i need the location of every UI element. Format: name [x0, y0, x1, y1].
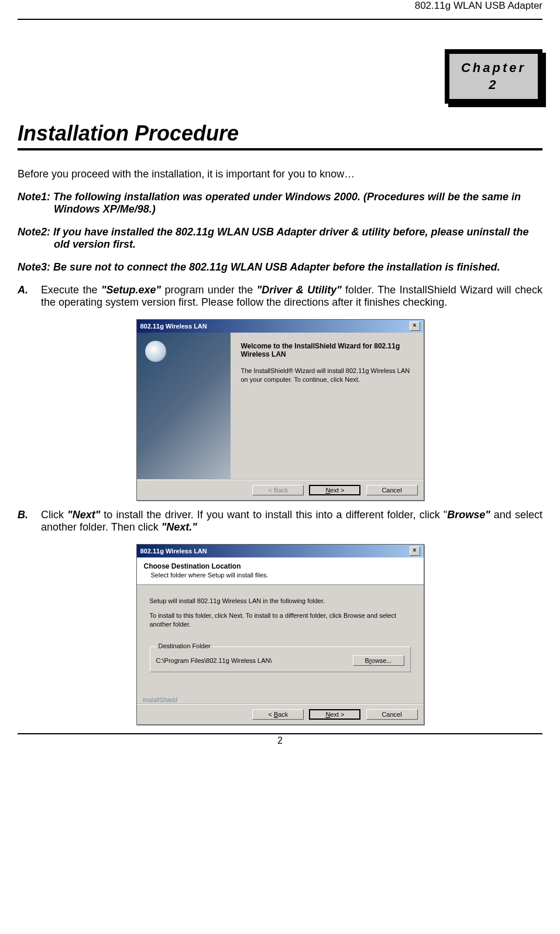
step-b-letter: B.	[18, 509, 41, 533]
step-a-e2: "Driver & Utility"	[257, 284, 342, 296]
dialog1-sidebar-image	[137, 333, 231, 479]
running-header: 802.11g WLAN USB Adapter	[18, 0, 542, 13]
title-rule	[18, 148, 542, 150]
destination-folder-frame: Destination Folder C:\Program Files\802.…	[150, 646, 411, 672]
dialog1-cancel-button[interactable]: Cancel	[366, 485, 418, 495]
chapter-number: 2	[489, 77, 498, 92]
installshield-logo-icon	[145, 341, 166, 362]
step-a: A. Execute the "Setup.exe" program under…	[18, 284, 542, 309]
dialog2-close-button[interactable]: ×	[410, 546, 420, 556]
dialog1-close-button[interactable]: ×	[410, 321, 420, 331]
dialog2-heading: Choose Destination Location	[144, 562, 417, 570]
intro-text: Before you proceed with the installation…	[18, 168, 542, 180]
page-title: Installation Procedure	[18, 121, 542, 146]
dialog2-back-button[interactable]: < Back	[252, 709, 304, 720]
dialog1-description: The InstallShield® Wizard will install 8…	[241, 367, 413, 384]
dialog2-p1: Setup will install 802.11g Wireless LAN …	[150, 597, 411, 605]
destination-folder-label: Destination Folder	[156, 642, 213, 649]
step-b: B. Click "Next" to install the driver. I…	[18, 509, 542, 533]
dialog1-back-button: < Back	[252, 485, 304, 495]
step-b-e3: "Next."	[162, 521, 197, 533]
chapter-box: Chapter 2	[18, 49, 542, 104]
note-3: Note3: Be sure not to connect the 802.11…	[18, 261, 542, 273]
chapter-label: Chapter	[461, 60, 526, 75]
destination-path: C:\Program Files\802.11g Wireless LAN\	[156, 657, 272, 664]
step-a-letter: A.	[18, 284, 41, 309]
note-2: Note2: If you have installed the 802.11g…	[18, 226, 542, 251]
dialog1-welcome-heading: Welcome to the InstallShield Wizard for …	[241, 342, 413, 358]
step-b-e1: "Next"	[67, 509, 100, 521]
browse-button[interactable]: Browse...	[353, 655, 404, 666]
installshield-welcome-dialog: 802.11g Wireless LAN × Welcome to the In…	[136, 319, 424, 501]
header-rule	[18, 19, 542, 20]
dialog1-titlebar: 802.11g Wireless LAN ×	[137, 320, 424, 333]
page-number: 2	[18, 733, 542, 746]
installshield-destination-dialog: 802.11g Wireless LAN × Choose Destinatio…	[136, 544, 424, 725]
step-b-t2: to install the driver. If you want to in…	[100, 509, 447, 521]
dialog2-p2: To install to this folder, click Next. T…	[150, 611, 411, 629]
dialog1-title: 802.11g Wireless LAN	[140, 323, 207, 330]
step-b-e2: Browse"	[447, 509, 490, 521]
installshield-brand: InstallShield	[137, 694, 424, 703]
dialog2-subheading: Select folder where Setup will install f…	[144, 572, 417, 579]
dialog1-next-button[interactable]: NNext >ext >	[309, 485, 360, 495]
dialog2-title: 802.11g Wireless LAN	[140, 548, 207, 555]
step-b-t1: Click	[41, 509, 67, 521]
note-1: Note1: The following installation was op…	[18, 191, 542, 215]
step-a-e1: "Setup.exe"	[101, 284, 161, 296]
dialog2-titlebar: 802.11g Wireless LAN ×	[137, 545, 424, 557]
step-a-t1: Execute the	[41, 284, 101, 296]
dialog2-next-button[interactable]: Next >	[309, 709, 360, 720]
dialog2-cancel-button[interactable]: Cancel	[366, 709, 418, 720]
step-a-t2: program under the	[161, 284, 257, 296]
